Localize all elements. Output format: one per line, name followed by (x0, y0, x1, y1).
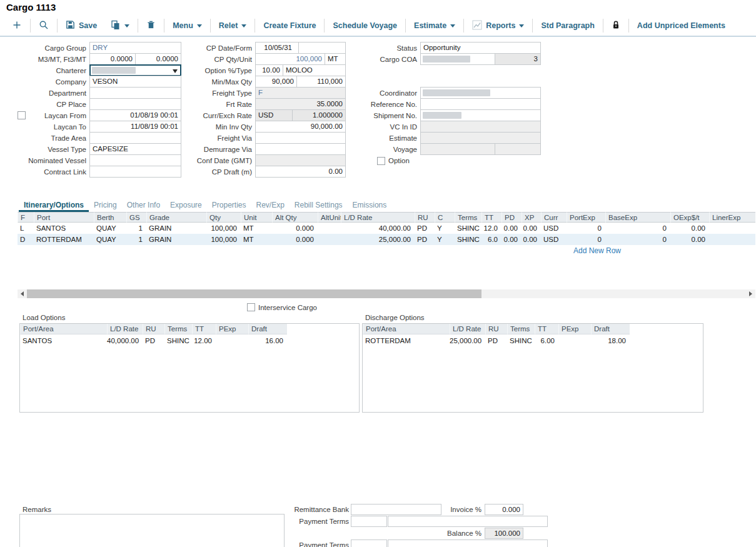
itinerary-cell[interactable]: SHINC (455, 223, 481, 234)
option-pct-field[interactable]: 10.00 (255, 64, 283, 76)
relet-button[interactable]: Relet (212, 18, 254, 34)
tab-emissions[interactable]: Emissions (348, 201, 392, 212)
load-option-cell[interactable]: PD (143, 334, 164, 347)
add-unpriced-elements-button[interactable]: Add Unpriced Elements (630, 18, 732, 34)
itinerary-cell[interactable]: GRAIN (146, 234, 206, 245)
itinerary-cell[interactable] (709, 234, 755, 245)
freight-via-field[interactable] (255, 132, 346, 144)
load-option-cell[interactable]: 16.00 (248, 334, 287, 347)
chevron-down-icon[interactable] (173, 69, 178, 73)
itinerary-cell[interactable]: 0.000 (272, 234, 318, 245)
itinerary-cell-port[interactable]: ROTTERDAM (34, 234, 94, 245)
min-qty-field[interactable]: 90,000 (255, 76, 297, 88)
reports-button[interactable]: Reports (465, 18, 531, 34)
itinerary-cell[interactable]: 25,000.00 (341, 234, 415, 245)
tab-pricing[interactable]: Pricing (89, 201, 122, 212)
discharge-option-cell[interactable]: 18.00 (591, 334, 630, 347)
copy-button[interactable] (104, 18, 136, 34)
itinerary-cell[interactable]: 0.00 (501, 234, 522, 245)
discharge-option-cell[interactable] (558, 334, 591, 347)
load-option-cell-port[interactable]: SANTOS (20, 334, 107, 347)
itinerary-cell[interactable]: 100,000 (206, 223, 241, 234)
cp-unit-field[interactable]: MT (325, 53, 346, 65)
ft3mt-field[interactable]: 0.0000 (135, 53, 181, 65)
invoice-pct-field[interactable]: 0.000 (485, 504, 523, 515)
company-field[interactable]: VESON (89, 76, 181, 88)
itinerary-cell[interactable]: 0.00 (670, 234, 709, 245)
itinerary-cell[interactable]: 0.00 (522, 234, 541, 245)
laycan-from-field[interactable]: 01/08/19 00:01 (89, 109, 181, 121)
interservice-cargo-checkbox[interactable] (247, 303, 255, 311)
itinerary-cell[interactable]: PD (415, 234, 435, 245)
option-type-field[interactable]: MOLOO (283, 64, 346, 76)
shipment-no-field[interactable] (420, 109, 541, 121)
m3mt-field[interactable]: 0.0000 (89, 53, 136, 65)
scroll-left-button[interactable] (18, 289, 27, 298)
itinerary-cell[interactable]: 100,000 (206, 234, 241, 245)
itinerary-cell[interactable]: USD (541, 223, 567, 234)
menu-button[interactable]: Menu (166, 18, 209, 34)
estimate-button[interactable]: Estimate (407, 18, 462, 34)
itinerary-cell[interactable]: 1 (126, 223, 146, 234)
itinerary-cell[interactable]: MT (241, 223, 272, 234)
laycan-checkbox[interactable] (18, 111, 26, 119)
tab-itinerary-options[interactable]: Itinerary/Options (19, 201, 89, 212)
itinerary-cell[interactable]: 0.00 (501, 223, 522, 234)
itinerary-cell[interactable] (318, 234, 341, 245)
itinerary-cell[interactable]: D (18, 234, 34, 245)
cp-form-field[interactable] (298, 42, 346, 54)
itinerary-cell[interactable]: 12.0 (481, 223, 501, 234)
schedule-voyage-button[interactable]: Schedule Voyage (326, 18, 404, 34)
load-option-cell[interactable]: 12.00 (192, 334, 216, 347)
itinerary-cell[interactable]: SHINC (455, 234, 481, 245)
min-inv-qty-field[interactable]: 90,000.00 (255, 121, 346, 133)
tab-exposure[interactable]: Exposure (165, 201, 207, 212)
itinerary-cell[interactable]: 0 (605, 234, 670, 245)
add-button[interactable] (5, 18, 29, 34)
payment-terms-desc-field-2[interactable] (388, 539, 548, 547)
tab-properties[interactable]: Properties (207, 201, 251, 212)
itinerary-cell[interactable]: MT (241, 234, 272, 245)
coordinator-field[interactable] (420, 87, 541, 99)
cp-date-field[interactable]: 10/05/31 (255, 42, 299, 54)
itinerary-cell[interactable]: QUAY (94, 223, 126, 234)
vessel-type-field[interactable]: CAPESIZE (89, 143, 181, 155)
itinerary-cell[interactable]: 6.0 (481, 234, 501, 245)
cp-draft-field[interactable]: 0.00 (255, 166, 346, 178)
cargo-group-field[interactable]: DRY (89, 42, 181, 54)
discharge-option-cell[interactable]: 25,000.00 (450, 334, 485, 347)
save-button[interactable]: Save (59, 18, 104, 34)
itinerary-cell[interactable]: GRAIN (146, 223, 206, 234)
create-fixture-button[interactable]: Create Fixture (256, 18, 323, 34)
status-field[interactable]: Opportunity (420, 42, 541, 54)
demurrage-via-field[interactable] (255, 143, 346, 155)
itinerary-cell[interactable]: Y (435, 234, 455, 245)
itinerary-cell[interactable]: USD (541, 234, 567, 245)
charterer-combobox[interactable] (89, 64, 181, 76)
cp-place-field[interactable] (89, 98, 181, 110)
horizontal-scrollbar[interactable] (18, 289, 755, 298)
tab-rev-exp[interactable]: Rev/Exp (251, 201, 290, 212)
remittance-bank-field[interactable] (351, 504, 441, 515)
nominated-vessel-field[interactable] (89, 154, 181, 166)
department-field[interactable] (89, 87, 181, 99)
itinerary-cell[interactable]: 0 (605, 223, 670, 234)
laycan-to-field[interactable]: 11/08/19 00:01 (89, 121, 181, 133)
itinerary-cell[interactable]: 0.00 (670, 223, 709, 234)
add-new-row-link[interactable]: Add New Row (573, 246, 621, 255)
discharge-option-cell[interactable]: 6.00 (535, 334, 558, 347)
payment-terms-code-field-2[interactable] (351, 539, 387, 547)
itinerary-cell[interactable]: 0.000 (272, 223, 318, 234)
itinerary-cell[interactable] (709, 223, 755, 234)
load-option-cell[interactable]: 40,000.00 (107, 334, 143, 347)
itinerary-cell[interactable]: L (18, 223, 34, 234)
itinerary-cell[interactable]: 0.00 (522, 223, 541, 234)
lock-button[interactable] (605, 18, 627, 34)
payment-terms-code-field[interactable] (351, 516, 387, 527)
search-button[interactable] (32, 18, 56, 34)
tab-rebill-settings[interactable]: Rebill Settings (290, 201, 348, 212)
itinerary-cell[interactable]: 1 (126, 234, 146, 245)
itinerary-cell[interactable]: QUAY (94, 234, 126, 245)
scroll-right-button[interactable] (746, 289, 755, 298)
itinerary-cell[interactable] (318, 223, 341, 234)
